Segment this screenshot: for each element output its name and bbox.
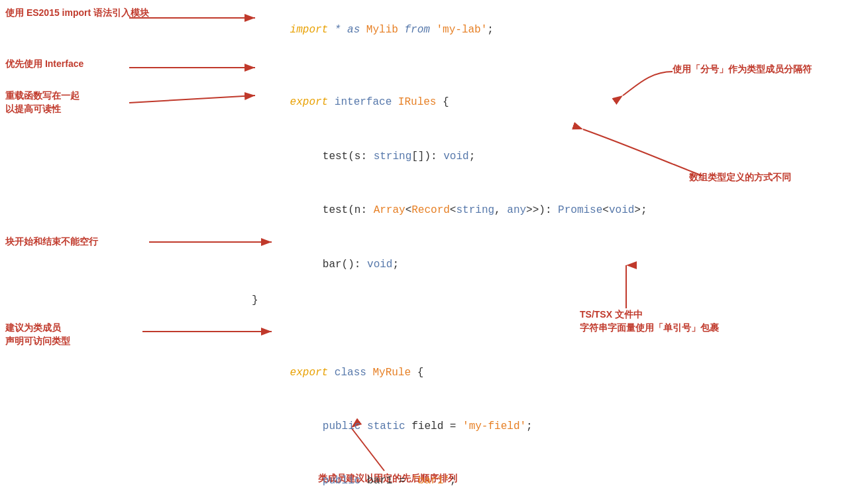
code-line-class: export class MyRule { <box>252 346 835 401</box>
svg-line-6 <box>129 95 255 103</box>
code-line-test1: test(s: string[]): void; <box>252 129 835 184</box>
code-area: import * as Mylib from 'my-lab'; export … <box>252 3 835 496</box>
annotation-interface: 优先使用 Interface <box>5 58 83 71</box>
code-line-test2: test(n: Array<Record<string, any>>): Pro… <box>252 184 835 238</box>
code-line-bar-method: bar(): void; <box>252 237 835 292</box>
code-blank-2 <box>252 310 835 328</box>
annotation-block-empty: 块开始和结束不能空行 <box>5 235 98 249</box>
annotation-access-type: 建议为类成员声明可访问类型 <box>5 322 70 347</box>
code-line-1: import * as Mylib from 'my-lab'; <box>252 3 835 58</box>
annotation-es2015-import: 使用 ES2015 import 语法引入模块 <box>5 7 149 20</box>
code-line-bar1: public bar1 = 'bar1'; <box>252 454 835 496</box>
code-line-interface-close: } <box>252 292 835 310</box>
code-line-interface: export interface IRules { <box>252 76 835 130</box>
code-line-field: public static field = 'my-field'; <box>252 400 835 454</box>
code-blank-1 <box>252 58 835 76</box>
annotation-overload: 重载函数写在一起以提高可读性 <box>5 90 80 115</box>
code-blank-3 <box>252 328 835 345</box>
